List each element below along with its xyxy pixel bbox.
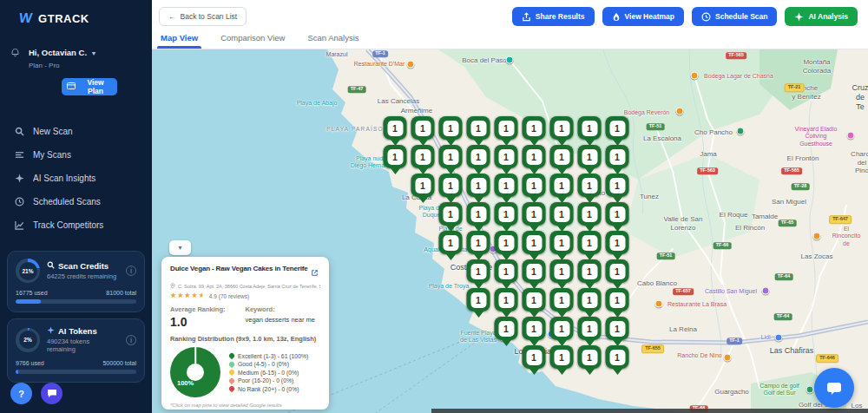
external-link-icon[interactable] bbox=[312, 264, 318, 279]
ranking-pin[interactable]: 1 bbox=[550, 145, 574, 168]
ranking-pin[interactable]: 1 bbox=[495, 231, 518, 254]
ranking-pin[interactable]: 1 bbox=[467, 288, 490, 311]
ranking-pin[interactable]: 1 bbox=[495, 202, 518, 226]
ranking-pin[interactable]: 1 bbox=[606, 116, 629, 140]
ranking-pin[interactable]: 1 bbox=[495, 259, 518, 283]
restaurant-poi-icon[interactable] bbox=[724, 354, 732, 362]
sidebar-item-new-scan[interactable]: New Scan bbox=[0, 120, 152, 143]
ranking-pin[interactable]: 1 bbox=[550, 231, 574, 254]
ranking-pin[interactable]: 1 bbox=[578, 345, 602, 369]
share-results-button[interactable]: Share Results bbox=[512, 7, 595, 26]
ranking-pin[interactable]: 1 bbox=[550, 317, 574, 340]
restaurant-poi-icon[interactable] bbox=[407, 61, 415, 69]
sidebar-item-my-scans[interactable]: My Scans bbox=[0, 143, 152, 167]
popup-collapse-button[interactable]: ▾ bbox=[169, 240, 191, 255]
ranking-pin[interactable]: 1 bbox=[495, 145, 518, 168]
ranking-pin-value: 1 bbox=[498, 263, 514, 279]
chat-button[interactable] bbox=[41, 383, 62, 404]
ranking-pin[interactable]: 1 bbox=[578, 145, 602, 168]
ranking-pin[interactable]: 1 bbox=[578, 202, 602, 226]
sidebar-item-ai-scan-insights[interactable]: AI Scan Insights bbox=[0, 167, 152, 190]
tab-comparison-view[interactable]: Comparison View bbox=[220, 33, 285, 49]
nature-poi-icon[interactable] bbox=[506, 56, 514, 64]
ranking-pin[interactable]: 1 bbox=[578, 288, 602, 311]
view-heatmap-button[interactable]: View Heatmap bbox=[602, 7, 684, 26]
ranking-pin[interactable]: 1 bbox=[439, 231, 463, 254]
sidebar-item-track-competitors[interactable]: Track Competitors bbox=[0, 213, 152, 237]
back-to-scan-list-button[interactable]: ← Back to Scan List bbox=[159, 7, 247, 26]
ranking-pin[interactable]: 1 bbox=[411, 116, 435, 140]
ranking-pin[interactable]: 1 bbox=[606, 288, 629, 311]
ranking-pin[interactable]: 1 bbox=[523, 345, 546, 369]
ranking-pin[interactable]: 1 bbox=[495, 174, 518, 197]
ranking-pin[interactable]: 1 bbox=[578, 231, 602, 254]
ranking-pin[interactable]: 1 bbox=[550, 288, 574, 311]
ranking-pin[interactable]: 1 bbox=[606, 345, 629, 369]
ranking-pin[interactable]: 1 bbox=[550, 116, 574, 140]
ai-analysis-button[interactable]: AI Analysis bbox=[785, 7, 858, 26]
ranking-pin[interactable]: 1 bbox=[550, 259, 574, 283]
ranking-pin[interactable]: 1 bbox=[523, 116, 546, 140]
info-icon[interactable]: i bbox=[126, 335, 136, 345]
ranking-pin[interactable]: 1 bbox=[578, 174, 602, 197]
ranking-pin[interactable]: 1 bbox=[411, 174, 435, 197]
ranking-pin[interactable]: 1 bbox=[523, 145, 546, 168]
ranking-pin[interactable]: 1 bbox=[550, 345, 574, 369]
tab-scan-analysis[interactable]: Scan Analysis bbox=[307, 33, 358, 49]
ranking-pin[interactable]: 1 bbox=[606, 174, 629, 197]
ranking-pin[interactable]: 1 bbox=[523, 231, 546, 254]
ranking-pin[interactable]: 1 bbox=[467, 202, 490, 226]
ranking-pin[interactable]: 1 bbox=[439, 116, 463, 140]
park-poi-icon[interactable] bbox=[737, 128, 745, 135]
ranking-pin[interactable]: 1 bbox=[606, 231, 629, 254]
ranking-pin[interactable]: 1 bbox=[467, 116, 490, 140]
ranking-pin[interactable]: 1 bbox=[606, 317, 629, 340]
ranking-pin[interactable]: 1 bbox=[606, 145, 629, 168]
chat-widget-button[interactable] bbox=[814, 368, 854, 408]
ranking-pin[interactable]: 1 bbox=[467, 259, 490, 283]
ranking-pin[interactable]: 1 bbox=[578, 116, 602, 140]
ranking-pin[interactable]: 1 bbox=[550, 202, 574, 226]
ranking-pin[interactable]: 1 bbox=[578, 259, 602, 283]
ranking-pin[interactable]: 1 bbox=[384, 116, 407, 140]
ranking-pin[interactable]: 1 bbox=[495, 288, 518, 311]
ranking-pin[interactable]: 1 bbox=[467, 145, 490, 168]
restaurant-poi-icon[interactable] bbox=[813, 233, 821, 240]
ranking-pin[interactable]: 1 bbox=[523, 202, 546, 226]
supermarket-poi-icon[interactable] bbox=[775, 334, 783, 342]
user-menu-caret-icon[interactable]: ▼ bbox=[91, 50, 97, 56]
tab-map-view[interactable]: Map View bbox=[161, 33, 198, 49]
ranking-pin[interactable]: 1 bbox=[606, 259, 629, 283]
ranking-pin[interactable]: 1 bbox=[439, 174, 463, 197]
schedule-scan-button[interactable]: Schedule Scan bbox=[692, 7, 777, 26]
ranking-pin[interactable]: 1 bbox=[467, 231, 490, 254]
ranking-pin[interactable]: 1 bbox=[523, 288, 546, 311]
restaurant-poi-icon[interactable] bbox=[655, 300, 663, 308]
ranking-pin[interactable]: 1 bbox=[411, 145, 435, 168]
ranking-pin[interactable]: 1 bbox=[550, 174, 574, 197]
lodging-poi-icon[interactable] bbox=[847, 132, 855, 140]
ranking-pin[interactable]: 1 bbox=[467, 174, 490, 197]
ranking-pin[interactable]: 1 bbox=[606, 202, 629, 226]
restaurant-poi-icon[interactable] bbox=[691, 72, 699, 80]
ranking-pin[interactable]: 1 bbox=[439, 202, 463, 226]
ranking-pin[interactable]: 1 bbox=[523, 317, 546, 340]
golf-poi-icon[interactable] bbox=[806, 386, 814, 394]
view-plan-button[interactable]: View Plan bbox=[62, 78, 117, 95]
ranking-pin[interactable]: 1 bbox=[384, 145, 407, 168]
attraction-poi-icon[interactable] bbox=[762, 287, 770, 295]
ranking-pin[interactable]: 1 bbox=[495, 116, 518, 140]
ranking-pin[interactable]: 1 bbox=[523, 259, 546, 283]
ranking-pin[interactable]: 1 bbox=[439, 145, 463, 168]
user-greeting[interactable]: Hi, Octavian C. bbox=[29, 48, 87, 57]
info-icon[interactable]: i bbox=[126, 266, 136, 276]
flame-icon bbox=[612, 12, 621, 22]
map-view[interactable]: MarazulRestaurante D'MarBoca del PasoLas… bbox=[152, 49, 868, 413]
ranking-pin[interactable]: 1 bbox=[523, 174, 546, 197]
help-button[interactable]: ? bbox=[10, 383, 32, 404]
notifications-bell-icon[interactable] bbox=[10, 45, 20, 61]
ranking-pin[interactable]: 1 bbox=[578, 317, 602, 340]
sidebar-item-scheduled-scans[interactable]: Scheduled Scans bbox=[0, 190, 152, 213]
ranking-pin[interactable]: 1 bbox=[495, 317, 518, 340]
restaurant-poi-icon[interactable] bbox=[676, 108, 684, 115]
